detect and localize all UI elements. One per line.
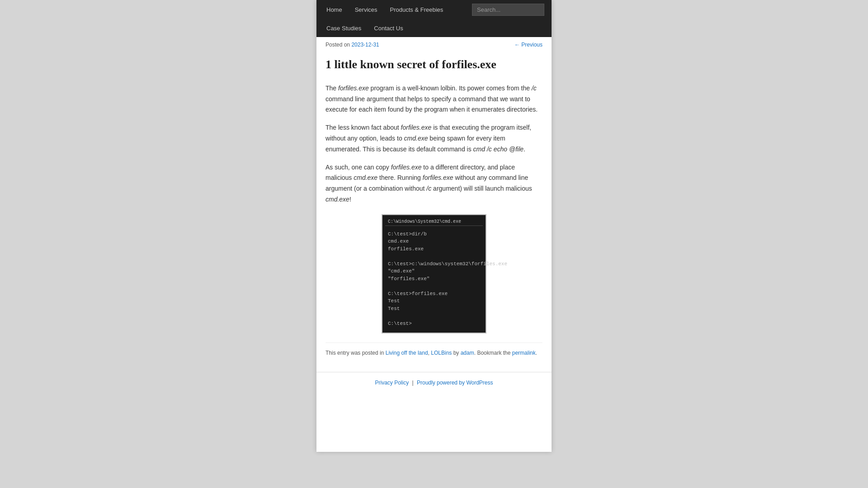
cmd-italic-2: cmd.exe bbox=[354, 174, 377, 181]
para-2: The less known fact about forfiles.exe i… bbox=[326, 122, 542, 155]
search-wrapper bbox=[468, 0, 548, 19]
para-3: As such, one can copy forfiles.exe to a … bbox=[326, 162, 542, 205]
period: . bbox=[536, 350, 537, 356]
content-area: Posted on 2023-12-31 ← Previous 1 little… bbox=[316, 37, 552, 372]
author-link[interactable]: adam bbox=[461, 350, 474, 356]
site-container: Home Services Products & Freebies Case S… bbox=[316, 0, 552, 452]
cmd-body: C:\test>dir/b cmd.exe forfiles.exe C:\te… bbox=[385, 228, 483, 330]
app-wrapper: Home Services Products & Freebies Case S… bbox=[0, 0, 868, 488]
previous-post-link[interactable]: ← Previous bbox=[514, 42, 542, 48]
nav-top-links: Home Services Products & Freebies bbox=[320, 1, 449, 19]
post-body: The forfiles.exe program is a well-known… bbox=[326, 83, 542, 333]
category-separator: , bbox=[428, 350, 429, 356]
by-label: by bbox=[453, 350, 461, 356]
forfiles-italic-3: forfiles.exe bbox=[391, 164, 422, 171]
nav-top-row: Home Services Products & Freebies bbox=[316, 0, 552, 19]
nav-products-freebies[interactable]: Products & Freebies bbox=[384, 1, 450, 19]
category-lolbins[interactable]: LOLBins bbox=[431, 350, 452, 356]
footer-separator: | bbox=[412, 380, 414, 386]
privacy-policy-link[interactable]: Privacy Policy bbox=[375, 380, 409, 386]
nav-bottom-row: Case Studies Contact Us bbox=[316, 19, 552, 37]
posted-on-label: Posted on 2023-12-31 bbox=[326, 42, 379, 48]
forfiles-italic-1: forfiles.exe bbox=[338, 84, 369, 92]
forfiles-italic-2: forfiles.exe bbox=[401, 124, 432, 131]
nav-case-studies[interactable]: Case Studies bbox=[320, 19, 368, 37]
cmd-italic-3: cmd.exe bbox=[326, 196, 349, 203]
powered-by-link[interactable]: Proudly powered by WordPress bbox=[417, 380, 493, 386]
bookmark-label: . Bookmark the bbox=[474, 350, 511, 356]
nav-home[interactable]: Home bbox=[320, 1, 349, 19]
category-living-off-land[interactable]: Living off the land bbox=[386, 350, 428, 356]
cmd-italic-1: cmd.exe bbox=[404, 135, 428, 142]
cmd-titlebar: C:\Windows\System32\cmd.exe bbox=[385, 218, 483, 226]
nav-contact-us[interactable]: Contact Us bbox=[368, 19, 409, 37]
search-input[interactable] bbox=[472, 4, 544, 16]
post-meta: Posted on 2023-12-31 ← Previous bbox=[326, 42, 542, 48]
post-title: 1 little known secret of forfiles.exe bbox=[326, 57, 542, 72]
forfiles-italic-4: forfiles.exe bbox=[423, 174, 453, 181]
site-nav: Home Services Products & Freebies Case S… bbox=[316, 0, 552, 37]
post-date-link[interactable]: 2023-12-31 bbox=[351, 42, 379, 48]
post-footer: This entry was posted in Living off the … bbox=[326, 343, 542, 358]
permalink-link[interactable]: permalink bbox=[512, 350, 536, 356]
c-flag-2: /c bbox=[426, 185, 431, 192]
para-1: The forfiles.exe program is a well-known… bbox=[326, 83, 542, 115]
cmd-window: C:\Windows\System32\cmd.exe C:\test>dir/… bbox=[382, 214, 486, 334]
posted-in-label: This entry was posted in bbox=[326, 350, 384, 356]
site-footer: Privacy Policy | Proudly powered by Word… bbox=[316, 372, 552, 393]
default-cmd: cmd /c echo @file bbox=[473, 145, 524, 153]
c-flag: /c bbox=[532, 84, 537, 92]
nav-services[interactable]: Services bbox=[349, 1, 384, 19]
